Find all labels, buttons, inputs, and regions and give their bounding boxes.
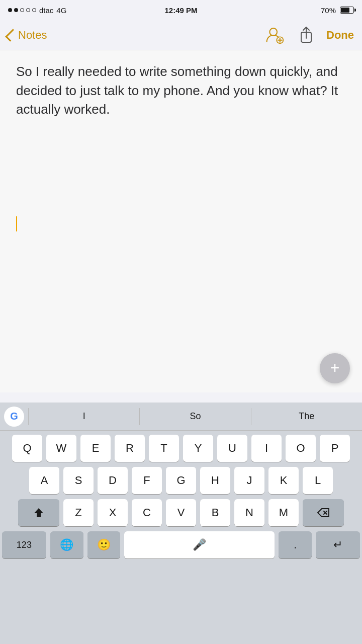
note-area[interactable]: So I really needed to write something do…: [0, 50, 362, 392]
dot3: [20, 8, 24, 12]
done-button[interactable]: Done: [326, 29, 354, 42]
space-button[interactable]: 🎤: [124, 531, 275, 558]
key-row-1: Q W E R T Y U I O P: [2, 435, 360, 462]
status-bar: dtac 4G 12:49 PM 70%: [0, 0, 362, 20]
carrier-label: dtac: [39, 6, 53, 15]
key-i[interactable]: I: [251, 435, 282, 462]
battery-fill: [341, 8, 349, 13]
key-w[interactable]: W: [46, 435, 76, 462]
globe-button[interactable]: 🌐: [50, 531, 83, 558]
key-a[interactable]: A: [29, 467, 59, 494]
back-label: Notes: [18, 29, 47, 42]
key-o[interactable]: O: [286, 435, 316, 462]
key-l[interactable]: L: [303, 467, 333, 494]
fab-add-button[interactable]: +: [320, 353, 350, 383]
key-b[interactable]: B: [200, 499, 230, 526]
keyboard: G I So The Q W E R T Y U I O P A S D: [0, 403, 362, 644]
key-q[interactable]: Q: [12, 435, 42, 462]
chevron-left-icon: [5, 29, 18, 41]
share-button[interactable]: [298, 27, 314, 43]
key-z[interactable]: Z: [63, 499, 94, 526]
key-h[interactable]: H: [200, 467, 230, 494]
key-f[interactable]: F: [132, 467, 162, 494]
key-k[interactable]: K: [268, 467, 299, 494]
battery-icon: [340, 7, 354, 14]
key-p[interactable]: P: [320, 435, 350, 462]
back-button[interactable]: Notes: [8, 29, 47, 42]
signal-dots: [8, 8, 36, 12]
time-label: 12:49 PM: [164, 6, 197, 15]
network-label: 4G: [56, 6, 66, 15]
suggestion-i[interactable]: I: [29, 411, 139, 422]
keys-wrapper: Q W E R T Y U I O P A S D F G H J K L: [0, 431, 362, 558]
status-left: dtac 4G: [8, 6, 66, 15]
dot5: [32, 8, 36, 12]
key-row-4: 123 🌐 🙂 🎤 . ↵: [2, 531, 360, 558]
text-cursor: [16, 216, 17, 231]
key-y[interactable]: Y: [183, 435, 213, 462]
note-content: So I really needed to write something do…: [16, 62, 346, 119]
key-s[interactable]: S: [63, 467, 94, 494]
battery-percent: 70%: [321, 6, 336, 15]
suggestions-bar: G I So The: [0, 403, 362, 431]
status-right: 70%: [321, 6, 354, 15]
key-m[interactable]: M: [268, 499, 299, 526]
key-x[interactable]: X: [98, 499, 128, 526]
share-icon-svg: [299, 26, 313, 44]
key-n[interactable]: N: [234, 499, 264, 526]
dot2: [14, 8, 18, 12]
period-button[interactable]: .: [279, 531, 312, 558]
key-e[interactable]: E: [80, 435, 111, 462]
num-button[interactable]: 123: [2, 531, 46, 558]
add-person-icon-svg: [266, 26, 284, 44]
key-j[interactable]: J: [234, 467, 264, 494]
key-v[interactable]: V: [166, 499, 196, 526]
key-r[interactable]: R: [115, 435, 145, 462]
nav-right-actions: Done: [264, 24, 354, 46]
shift-icon: [33, 507, 44, 518]
key-u[interactable]: U: [217, 435, 247, 462]
mic-icon: 🎤: [193, 538, 206, 551]
svg-marker-6: [34, 508, 43, 517]
key-t[interactable]: T: [149, 435, 179, 462]
fab-plus-icon: +: [330, 360, 340, 376]
key-g[interactable]: G: [166, 467, 196, 494]
dot1: [8, 8, 12, 12]
backspace-icon: [317, 508, 330, 518]
google-circle: G: [4, 407, 24, 427]
return-button[interactable]: ↵: [316, 531, 360, 558]
key-row-3: Z X C V B N M: [2, 499, 360, 526]
google-button[interactable]: G: [0, 403, 28, 431]
key-row-2: A S D F G H J K L: [2, 467, 360, 494]
key-d[interactable]: D: [98, 467, 128, 494]
emoji-button[interactable]: 🙂: [87, 531, 121, 558]
nav-bar: Notes Done: [0, 20, 362, 50]
suggestion-so[interactable]: So: [140, 411, 250, 422]
dot4: [26, 8, 30, 12]
key-c[interactable]: C: [132, 499, 162, 526]
shift-button[interactable]: [18, 499, 59, 526]
add-person-button[interactable]: [264, 24, 286, 46]
backspace-button[interactable]: [303, 499, 344, 526]
svg-point-0: [269, 28, 277, 36]
suggestion-the[interactable]: The: [251, 411, 362, 422]
